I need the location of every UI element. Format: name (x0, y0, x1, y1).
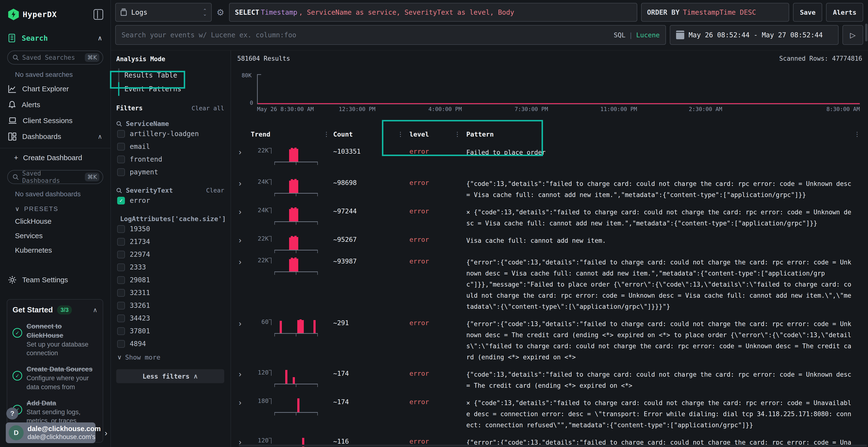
filter-option-artillery-loadgen[interactable]: artillery-loadgen (116, 128, 224, 140)
pattern-text[interactable]: {"code":13,"details":"failed to charge c… (466, 178, 862, 200)
query-language-toggle[interactable]: SQL | Lucene (614, 31, 660, 39)
filter-option-22974[interactable]: 22974 (116, 248, 224, 261)
pattern-row[interactable]: › 24K ~98698 error {"code":13,"details":… (237, 178, 862, 200)
sidebar-item-alerts[interactable]: Alerts (0, 97, 111, 113)
user-menu[interactable]: D dale@clickhouse.com dale@clickhouse.co… (6, 422, 95, 443)
column-header-level[interactable]: level (409, 131, 454, 138)
expand-chevron-icon[interactable]: › (237, 147, 241, 156)
pattern-text[interactable]: × {"code":13,"details":"failed to charge… (466, 398, 862, 431)
checkbox[interactable] (117, 264, 125, 271)
checkbox[interactable] (117, 276, 125, 284)
pattern-text[interactable]: {"error":{"code":13,"details":"failed to… (466, 257, 862, 312)
chevron-up-icon[interactable]: ∧ (93, 306, 97, 314)
order-by-input[interactable]: ORDER BY TimestampTime DESC (641, 3, 789, 22)
sidebar-item-chart-explorer[interactable]: Chart Explorer (0, 81, 111, 97)
expand-chevron-icon[interactable]: › (237, 178, 241, 187)
filter-group-title[interactable]: SeverityText (126, 187, 173, 194)
filter-option-37801[interactable]: 37801 (116, 325, 224, 337)
column-header-trend[interactable]: Trend (251, 131, 320, 138)
pattern-text[interactable]: {"error":{"code":13,"details":"failed to… (466, 318, 862, 363)
lang-sql[interactable]: SQL (614, 31, 625, 39)
filter-group-title[interactable]: LogAttributes['cache.size'] (120, 215, 226, 222)
save-button[interactable]: Save (793, 3, 822, 22)
create-dashboard-button[interactable]: + Create Dashboard (0, 150, 111, 166)
checkbox[interactable] (117, 314, 125, 322)
filter-option-32311[interactable]: 32311 (116, 286, 224, 299)
sidebar-item-dashboards[interactable]: Dashboards∧ (0, 129, 111, 144)
filter-option-frontend[interactable]: frontend (116, 153, 224, 166)
clear-all-button[interactable]: Clear all (192, 105, 224, 112)
checkbox[interactable] (117, 156, 125, 163)
results-histogram[interactable]: 80K 0 May 26 8:30:00 AM12:30:00 PM4:00:0… (237, 65, 862, 113)
presets-section-toggle[interactable]: ∨ PRESETS (0, 200, 111, 214)
sidebar-item-search[interactable]: Search ∧ (0, 30, 111, 46)
filter-option-19350[interactable]: 19350 (116, 222, 224, 235)
checkbox[interactable] (117, 340, 125, 348)
preset-item-kubernetes[interactable]: Kubernetes (0, 243, 111, 257)
run-query-button[interactable]: ▷ (842, 25, 863, 45)
show-more-button[interactable]: ∨Show more (116, 350, 224, 361)
pattern-text[interactable]: Visa cache full: cannot add new item. (466, 235, 862, 246)
checkbox[interactable] (117, 143, 125, 150)
filter-option-33261[interactable]: 33261 (116, 299, 224, 312)
checkbox[interactable]: ✓ (117, 197, 125, 204)
preset-item-clickhouse[interactable]: ClickHouse (0, 214, 111, 229)
pattern-row[interactable]: › 22K ~95267 error Visa cache full: cann… (237, 235, 862, 250)
checkbox[interactable] (117, 302, 125, 309)
analysis-mode-results-table[interactable]: Results Table (116, 68, 224, 82)
checkbox[interactable] (117, 225, 125, 233)
help-button[interactable]: ? (6, 408, 18, 419)
pattern-text[interactable]: Failed to place order (466, 147, 862, 158)
less-filters-button[interactable]: Less filters ∧ (116, 369, 224, 383)
column-drag-handle-icon[interactable]: ⋮ (454, 131, 466, 138)
expand-chevron-icon[interactable]: › (237, 369, 241, 378)
filter-option-email[interactable]: email (116, 140, 224, 153)
pattern-row[interactable]: › 22K ~103351 error Failed to place orde… (237, 147, 862, 162)
analysis-mode-event-patterns[interactable]: Event Patterns (116, 82, 224, 96)
filter-option-error[interactable]: ✓error (116, 194, 224, 207)
get-started-item[interactable]: ✓Connect to ClickHouseSet up your databa… (12, 322, 97, 357)
saved-dashboards-input[interactable]: Saved Dashboards ⌘K (7, 170, 103, 184)
get-started-item[interactable]: ✓Create Data SourcesConfigure where your… (12, 365, 97, 391)
filter-option-34423[interactable]: 34423 (116, 312, 224, 325)
filter-option-payment[interactable]: payment (116, 166, 224, 178)
expand-chevron-icon[interactable]: › (237, 319, 241, 328)
checkbox[interactable] (117, 130, 125, 138)
chevron-up-icon[interactable]: ∧ (98, 34, 102, 42)
pattern-row[interactable]: › 22K ~93987 error {"error":{"code":13,"… (237, 257, 862, 312)
source-settings-gear-icon[interactable]: ⚙ (216, 3, 225, 22)
horizontal-scrollbar[interactable] (239, 445, 867, 447)
filter-option-21734[interactable]: 21734 (116, 235, 224, 248)
preset-item-services[interactable]: Services (0, 229, 111, 243)
column-header-pattern[interactable]: Pattern⋮ (466, 131, 862, 138)
filter-option-2333[interactable]: 2333 (116, 261, 224, 274)
pattern-text[interactable]: {"code":13,"details":"failed to charge c… (466, 369, 862, 391)
expand-chevron-icon[interactable]: › (237, 257, 241, 266)
table-menu-icon[interactable]: ⋮ (854, 131, 862, 138)
clear-filter-button[interactable]: Clear (206, 187, 224, 194)
filter-option-4894[interactable]: 4894 (116, 337, 224, 350)
select-columns-input[interactable]: SELECT Timestamp, ServiceName as service… (229, 3, 637, 22)
pattern-row[interactable]: › 180 ~174 error × {"code":13,"details":… (237, 398, 862, 431)
event-search-input[interactable]: Search your events w/ Lucene ex. column:… (115, 25, 666, 45)
vertical-scrollbar[interactable] (865, 24, 868, 41)
pattern-row[interactable]: › 60 ~291 error {"error":{"code":13,"det… (237, 318, 862, 363)
pattern-text[interactable]: × {"code":13,"details":"failed to charge… (466, 207, 862, 229)
source-select[interactable]: Logs ⌃⌄ (115, 3, 212, 22)
lang-lucene[interactable]: Lucene (636, 31, 660, 39)
alerts-button[interactable]: Alerts (826, 3, 863, 22)
pattern-row[interactable]: › 120 ~174 error {"code":13,"details":"f… (237, 369, 862, 391)
sidebar-item-team-settings[interactable]: Team Settings (0, 272, 111, 288)
sidebar-collapse-icon[interactable] (94, 9, 103, 20)
checkbox[interactable] (117, 238, 125, 246)
column-header-count[interactable]: Count (333, 131, 397, 138)
filter-group-title[interactable]: ServiceName (126, 120, 169, 128)
column-drag-handle-icon[interactable]: ⋮ (320, 131, 333, 138)
expand-chevron-icon[interactable]: › (237, 398, 241, 407)
saved-searches-input[interactable]: Saved Searches ⌘K (7, 50, 103, 65)
checkbox[interactable] (117, 251, 125, 259)
expand-chevron-icon[interactable]: › (237, 207, 241, 216)
pattern-row[interactable]: › 24K ~97244 error × {"code":13,"details… (237, 207, 862, 229)
checkbox[interactable] (117, 168, 125, 176)
checkbox[interactable] (117, 289, 125, 297)
